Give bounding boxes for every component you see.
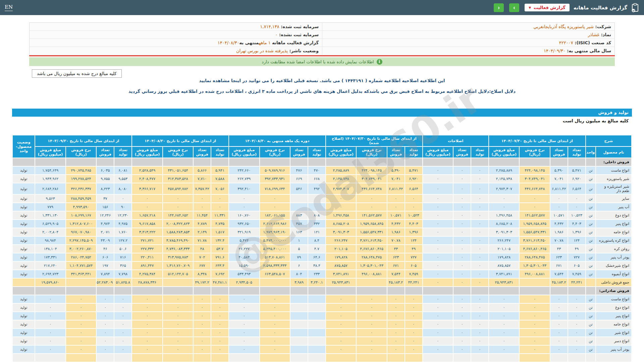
value-cell: ۰: [114, 312, 132, 320]
next-report-button[interactable]: ›: [509, 3, 519, 12]
value-cell: ۰: [405, 345, 423, 354]
header-group-0: از ابتدای سال مالی تا تاریخ ۱۴۰۴/۰۷/۳۰: [489, 135, 586, 146]
value-cell: ۱۳۸,۱۰۴: [35, 245, 66, 253]
value-cell: ۳۲۱,۹۱۹: [229, 228, 260, 236]
value-cell: ۰: [229, 295, 260, 303]
value-cell: [66, 287, 97, 295]
value-cell: ۵,۲۴۵,۴۰۰,۰۰۰: [260, 245, 290, 253]
value-cell: [114, 354, 132, 362]
value-cell: [568, 158, 586, 166]
value-cell: ۵۰۹,۷۸۹,۹۱۶: [260, 166, 290, 175]
value-cell: ۱,۱۰۴,۷۷۱,۵۷۴: [66, 261, 97, 270]
value-cell: ۰: [471, 278, 489, 287]
value-cell: ۰: [96, 337, 114, 345]
value-cell: ۲۶۶,۲۴۷: [489, 236, 520, 245]
value-cell: ۲۰۱,۱۰۵: [326, 245, 357, 253]
value-cell: ۰: [132, 303, 163, 312]
value-cell: ۱,۹۴۳,۹۶۲: [35, 175, 66, 183]
value-cell: ۱۲,۲۴۶: [96, 211, 114, 220]
value-cell: ۰: [163, 345, 194, 354]
value-cell: ۷۲۷: [405, 253, 423, 261]
value-cell: [568, 354, 586, 362]
value-cell: ۳۷: [96, 194, 114, 203]
value-cell: ۰: [387, 345, 405, 354]
product-name-cell: انواع دوغ: [596, 303, 632, 312]
amendment-reason: دلایل اصلاح:دلایل اصلاح اطلاعیه مربوط به…: [0, 83, 644, 94]
value-cell: ۰: [489, 194, 520, 203]
value-cell: ۴۵,۱۸۳.۲: [550, 278, 568, 287]
value-cell: ۰: [211, 320, 229, 328]
value-cell: ۰: [132, 194, 163, 203]
report-type-dropdown[interactable]: گزارش فعالیت ▼: [525, 4, 570, 11]
value-cell: ۰: [471, 166, 489, 175]
value-cell: ۵,۴۷۴,۰۰۰,۰۰۰: [260, 236, 290, 245]
language-toggle-en[interactable]: EN: [5, 4, 13, 11]
product-name-cell: انواع شیرخشک: [596, 261, 632, 270]
value-cell: ۶,۹۲۰: [405, 175, 423, 183]
value-cell: ۱۰,۵۲۳: [568, 211, 586, 220]
value-cell: ۷,۷۱۰: [193, 175, 211, 183]
value-cell: ۰: [423, 203, 453, 211]
value-cell: [96, 158, 114, 166]
value-cell: ۷,۰۵۶: [211, 183, 229, 194]
prev-report-button[interactable]: ‹: [494, 3, 504, 12]
section-header-production-sales: تولید و فروش: [12, 109, 632, 117]
value-cell: ۱,۶۵۷,۲۱۸: [132, 211, 163, 220]
value-cell: ۱,۹۵۹,۶۵۸,۸۴۵: [519, 220, 550, 228]
table-row: پودر آب پنیرتن۰۰۰۰۰۰۰۰۰۰۰۰۰۰۰۰۰۰۰۰۰تولید: [12, 345, 632, 354]
value-cell: ۲۹۰,۷۴۵,۴۸۵: [66, 166, 97, 175]
value-cell: ۴۹۶,۰۰۸,۸۸۱: [519, 270, 550, 278]
value-cell: ۲۰۱,۱۰۵: [489, 245, 520, 253]
value-cell: [229, 354, 260, 362]
header-subcol-0: تعداد تولید: [568, 146, 586, 158]
value-cell: ۰: [471, 194, 489, 203]
value-cell: ۴۰,۵۸۳: [229, 253, 260, 261]
value-cell: ۰: [423, 345, 453, 354]
value-cell: ۰: [489, 312, 520, 320]
table-row: انواع خامهتن۱,۳۹۶۱,۹۸۶۱,۵۵۶,۵۴۷,۳۳۱۳,۰۹۱…: [12, 228, 632, 236]
status-cell: تولید: [12, 328, 35, 337]
company-info-cell: سرمایه ثبت شده: ۱,۷۱۴,۱۳۸: [30, 23, 322, 31]
value-cell: ۰: [35, 295, 66, 303]
value-cell: [132, 158, 163, 166]
value-cell: ۱,۳۱۲,۸۰۷,۶۰۰: [66, 220, 97, 228]
value-cell: [453, 158, 471, 166]
value-cell: ۷,۵۴۴: [387, 270, 405, 278]
status-cell: تولید: [12, 253, 35, 261]
value-cell: ۷۰.۷۸: [387, 236, 405, 245]
unit-cell: تن: [586, 203, 596, 211]
table-wrapper: شرحاز ابتدای سال مالی تا تاریخ ۱۴۰۴/۰۷/۳…: [12, 135, 632, 362]
value-cell: ۴,۹۹۳,۵۹۰: [66, 203, 97, 211]
value-cell: ۰: [471, 245, 489, 253]
header-subcol-1: تعداد فروش: [453, 146, 471, 158]
value-cell: ۰: [193, 320, 211, 328]
value-cell: [163, 287, 194, 295]
value-cell: ۰: [229, 194, 260, 203]
value-cell: ۳۱۲,۳۸۳,۵۲۸: [163, 175, 194, 183]
company-info-cell: گزارش فعالیت ماهانه ۱ ماههمنتهی به۱۴۰۴/۰…: [30, 39, 322, 47]
value-cell: ۲,۰۷۱: [96, 228, 114, 236]
value-cell: ۰: [66, 328, 97, 337]
header-subcol-4: تعداد تولید: [211, 146, 229, 158]
table-row: انواع دوغتن۰۰۰۰۰۰۰۰۰۰۰۰۰۰۰۰۰۰۰۰۰تولید: [12, 303, 632, 312]
value-cell: [308, 203, 326, 211]
value-cell: ۴۳: [550, 245, 568, 253]
value-cell: ۷۹۱.۶: [211, 253, 229, 261]
value-cell: ۰: [471, 261, 489, 270]
value-cell: ۰: [211, 312, 229, 320]
value-cell: ۰: [260, 328, 290, 337]
value-cell: ۰: [471, 295, 489, 303]
value-cell: ۳,۷۶۱,۶۱۳,۴۵۰: [356, 236, 387, 245]
value-cell: ۰: [405, 320, 423, 328]
value-cell: ۳۲۶,۴۳۶,۳۳۷: [66, 183, 97, 194]
value-cell: ۰: [568, 203, 586, 211]
value-cell: ۰: [471, 211, 489, 220]
value-cell: ۴۹: [568, 245, 586, 253]
value-cell: ۰: [387, 303, 405, 312]
value-cell: ۰: [356, 312, 387, 320]
value-cell: ۰: [453, 236, 471, 245]
value-cell: [260, 278, 290, 287]
value-cell: ۲۸,۸۷۸,۳۳۶: [132, 278, 163, 287]
value-cell: ۰: [471, 253, 489, 261]
value-cell: ۰: [550, 312, 568, 320]
